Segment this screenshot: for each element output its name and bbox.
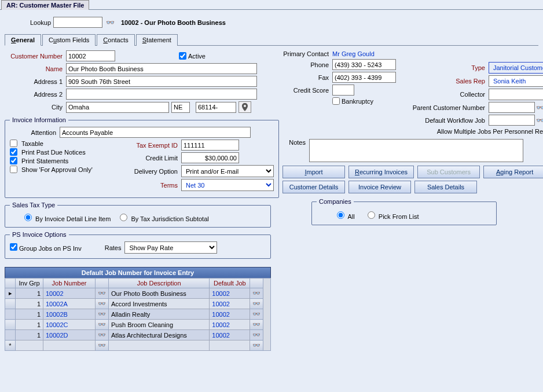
terms-label: Terms	[126, 182, 178, 189]
binoculars-icon[interactable]: 👓	[250, 299, 263, 309]
credit-score-input[interactable]	[332, 85, 354, 96]
invoice-review-button[interactable]: Invoice Review	[348, 181, 411, 193]
new-row-icon[interactable]: *	[5, 340, 16, 351]
table-cell[interactable]: 10002	[43, 288, 96, 299]
companies-pick-radio[interactable]: Pick From List	[365, 213, 419, 220]
table-cell[interactable]: 10002	[210, 288, 250, 299]
binoculars-icon[interactable]: 👓	[250, 330, 263, 340]
table-cell[interactable]: 10002D	[43, 330, 96, 340]
taxable-checkbox[interactable]	[10, 140, 17, 147]
import-button[interactable]: Import	[282, 166, 345, 178]
table-cell[interactable]: 1	[16, 330, 43, 340]
zip-input[interactable]	[196, 102, 236, 113]
binoculars-icon[interactable]: 👓	[96, 330, 109, 340]
notes-textarea[interactable]	[309, 139, 523, 162]
parent-customer-input[interactable]	[489, 102, 535, 113]
tab-custom-fields[interactable]: Custom Fields	[42, 34, 96, 46]
table-cell[interactable]: 10002	[210, 320, 250, 330]
binoculars-icon[interactable]: 👓	[250, 288, 263, 299]
default-workflow-input[interactable]	[489, 115, 535, 126]
lookup-input[interactable]	[53, 17, 102, 28]
print-past-due-label: Print Past Due Notices	[21, 149, 86, 156]
binoculars-icon[interactable]: 👓	[96, 288, 109, 299]
table-cell[interactable]: Push Broom Cleaning	[109, 320, 210, 330]
binoculars-icon[interactable]: 👓	[96, 299, 109, 309]
address1-label: Address 1	[5, 78, 63, 85]
table-cell[interactable]: Accord Investments	[109, 299, 210, 309]
table-cell[interactable]: 10002A	[43, 299, 96, 309]
collector-label: Collector	[404, 91, 485, 98]
attention-input[interactable]	[60, 127, 251, 138]
map-pin-icon[interactable]	[239, 101, 251, 113]
binoculars-icon[interactable]: 👓	[105, 17, 115, 27]
binoculars-icon[interactable]: 👓	[535, 102, 543, 112]
table-cell[interactable]: Our Photo Booth Business	[109, 288, 210, 299]
lookup-result: 10002 - Our Photo Booth Business	[121, 19, 226, 26]
credit-score-label: Credit Score	[282, 87, 329, 94]
binoculars-icon[interactable]: 👓	[535, 115, 543, 125]
address2-label: Address 2	[5, 91, 63, 98]
customer-details-button[interactable]: Customer Details	[282, 181, 345, 193]
rates-select[interactable]: Show Pay Rate	[124, 241, 217, 254]
notes-label: Notes	[282, 139, 306, 146]
binoculars-icon[interactable]: 👓	[96, 320, 109, 330]
recurring-invoices-button[interactable]: Recurring Invoices	[348, 166, 414, 178]
address1-input[interactable]	[66, 76, 257, 87]
table-cell[interactable]: 1	[16, 288, 43, 299]
tab-contacts[interactable]: Contacts	[97, 34, 134, 46]
table-cell[interactable]: 1	[16, 309, 43, 320]
credit-limit-input[interactable]	[181, 152, 239, 163]
binoculars-icon[interactable]: 👓	[250, 340, 263, 351]
grid-scrollbar[interactable]	[263, 278, 271, 351]
binoculars-icon[interactable]: 👓	[250, 320, 263, 330]
sales-rep-select[interactable]: Sonia Keith	[489, 75, 543, 87]
type-select[interactable]: Janitorial Customer	[489, 62, 543, 74]
print-statements-checkbox[interactable]	[10, 157, 17, 164]
city-input[interactable]	[66, 102, 169, 113]
companies-fieldset: Companies All Pick From List	[311, 198, 497, 225]
default-job-grid[interactable]: Inv Grp Job Number Job Description Defau…	[5, 278, 263, 351]
table-cell[interactable]: 10002C	[43, 320, 96, 330]
fax-label: Fax	[282, 74, 329, 81]
binoculars-icon[interactable]: 👓	[96, 340, 109, 351]
bankruptcy-checkbox[interactable]	[332, 97, 340, 105]
sales-tax-by-jur-radio[interactable]: By Tax Jurisdiction Subtotal	[117, 215, 208, 222]
table-cell[interactable]: 10002	[210, 309, 250, 320]
delivery-option-label: Delivery Option	[126, 168, 178, 175]
show-for-approval-checkbox[interactable]	[10, 166, 17, 173]
companies-all-radio[interactable]: All	[334, 213, 355, 220]
attention-label: Attention	[10, 129, 56, 136]
binoculars-icon[interactable]: 👓	[96, 309, 109, 320]
table-cell[interactable]: 1	[16, 299, 43, 309]
customer-number-input[interactable]	[66, 50, 115, 61]
collector-select[interactable]	[489, 89, 543, 100]
parent-customer-label: Parent Customer Number	[404, 104, 485, 111]
tax-exempt-input[interactable]	[181, 140, 239, 151]
fax-input[interactable]	[332, 72, 396, 83]
terms-select[interactable]: Net 30	[181, 179, 274, 191]
primary-contact-link[interactable]: Mr Greg Gould	[332, 50, 375, 57]
binoculars-icon[interactable]: 👓	[250, 309, 263, 320]
name-input[interactable]	[66, 63, 257, 74]
sales-tax-by-line-radio[interactable]: By Invoice Detail Line Item	[21, 215, 111, 222]
active-checkbox[interactable]	[179, 52, 186, 60]
table-cell[interactable]: 10002	[210, 330, 250, 340]
delivery-option-select[interactable]: Print and/or E-mail	[181, 165, 274, 177]
type-label: Type	[404, 64, 485, 71]
tab-general[interactable]: General	[5, 34, 41, 46]
table-cell[interactable]: 10002B	[43, 309, 96, 320]
group-jobs-checkbox[interactable]: Group Jobs on PS Inv	[10, 243, 82, 252]
address2-input[interactable]	[66, 89, 257, 100]
tab-statement[interactable]: Statement	[136, 34, 178, 46]
table-cell[interactable]: 10002	[210, 299, 250, 309]
sales-details-button[interactable]: Sales Details	[414, 181, 477, 193]
row-selector-icon[interactable]: ▸	[5, 288, 16, 299]
print-past-due-checkbox[interactable]	[10, 148, 17, 156]
table-cell[interactable]: Alladin Realty	[109, 309, 210, 320]
aging-report-button[interactable]: Aging Report	[483, 166, 543, 178]
phone-input[interactable]	[332, 59, 396, 70]
table-cell[interactable]: 1	[16, 320, 43, 330]
table-cell[interactable]: Atlas Architectural Designs	[109, 330, 210, 340]
state-input[interactable]	[171, 102, 190, 113]
grid-title: Default Job Number for Invoice Entry	[5, 267, 271, 278]
